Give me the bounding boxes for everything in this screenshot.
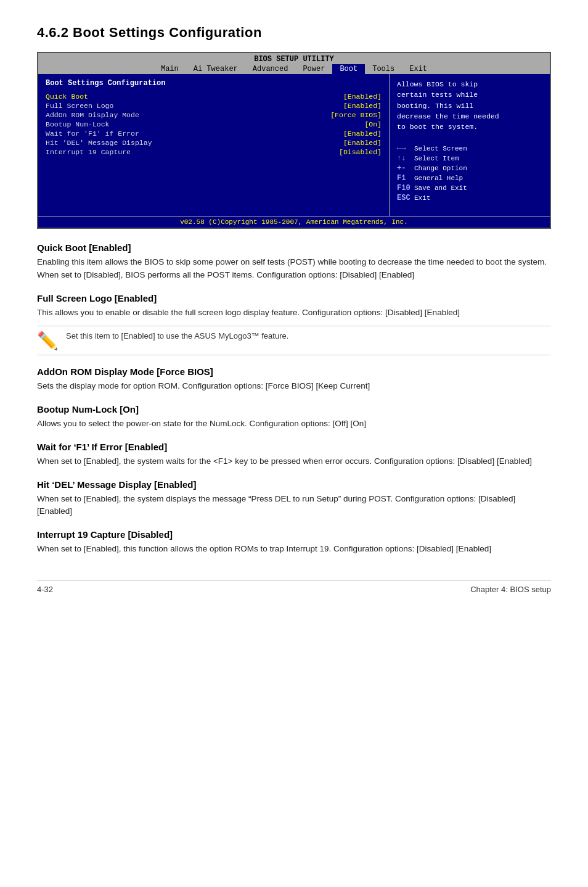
section-heading-interrupt: Interrupt 19 Capture [Disabled] xyxy=(37,529,551,540)
bios-tab-advanced[interactable]: Advanced xyxy=(245,64,296,74)
bios-label-full-screen: Full Screen Logo xyxy=(46,102,113,110)
bios-header: BIOS SETUP UTILITY xyxy=(38,53,550,64)
bios-key-desc-option: Change Option xyxy=(414,165,467,172)
bios-row-quick-boot[interactable]: Quick Boot [Enabled] xyxy=(46,93,382,101)
bios-keys: ←→ Select Screen ↑↓ Select Item +- Chang… xyxy=(397,144,542,202)
section-addon-rom: AddOn ROM Display Mode [Force BIOS] Sets… xyxy=(37,366,551,393)
bios-tab-tools[interactable]: Tools xyxy=(365,64,402,74)
bios-help-text: Allows BIOS to skipcertain tests whilebo… xyxy=(397,79,542,132)
bios-tab-main[interactable]: Main xyxy=(153,64,186,74)
bios-label-hit-del: Hit 'DEL' Message Display xyxy=(46,139,152,147)
bios-key-select-item: ↑↓ Select Item xyxy=(397,154,542,163)
bios-label-numlock: Bootup Num-Lock xyxy=(46,120,110,128)
section-body-quick-boot: Enabling this item allows the BIOS to sk… xyxy=(37,256,551,282)
section-heading-numlock: Bootup Num-Lock [On] xyxy=(37,404,551,415)
section-heading-quick-boot: Quick Boot [Enabled] xyxy=(37,242,551,253)
section-body-numlock: Allows you to select the power-on state … xyxy=(37,418,551,431)
note-text-mylogo: Set this item to [Enabled] to use the AS… xyxy=(66,331,288,340)
bios-value-full-screen: [Enabled] xyxy=(343,102,382,110)
bios-screen: BIOS SETUP UTILITY Main Ai Tweaker Advan… xyxy=(37,52,551,229)
bios-tab-exit[interactable]: Exit xyxy=(402,64,435,74)
section-interrupt-19: Interrupt 19 Capture [Disabled] When set… xyxy=(37,529,551,556)
bios-key-desc-f1: General Help xyxy=(414,175,463,182)
section-heading-addon-rom: AddOn ROM Display Mode [Force BIOS] xyxy=(37,366,551,377)
bios-label-quick-boot: Quick Boot xyxy=(46,93,88,101)
esc-icon: ESC xyxy=(397,194,414,202)
bios-footer: v02.58 (C)Copyright 1985-2007, American … xyxy=(38,216,550,228)
bios-row-wait-f1[interactable]: Wait for 'F1' if Error [Enabled] xyxy=(46,130,382,138)
bios-key-esc: ESC Exit xyxy=(397,194,542,202)
footer-chapter: Chapter 4: BIOS setup xyxy=(470,585,551,594)
bios-row-hit-del[interactable]: Hit 'DEL' Message Display [Enabled] xyxy=(46,139,382,147)
section-body-addon-rom: Sets the display mode for option ROM. Co… xyxy=(37,380,551,393)
note-pencil-icon: ✏️ xyxy=(37,332,59,350)
page-footer: 4-32 Chapter 4: BIOS setup xyxy=(37,580,551,594)
bios-tab-boot[interactable]: Boot xyxy=(332,64,365,74)
bios-key-desc-item: Select Item xyxy=(414,155,459,162)
bios-value-wait-f1: [Enabled] xyxy=(343,130,382,138)
section-hit-del: Hit ‘DEL’ Message Display [Enabled] When… xyxy=(37,479,551,519)
bios-value-interrupt: [Disabled] xyxy=(339,148,382,156)
bios-tabs: Main Ai Tweaker Advanced Power Boot Tool… xyxy=(38,64,550,74)
bios-tab-ai[interactable]: Ai Tweaker xyxy=(186,64,245,74)
bios-label-interrupt: Interrupt 19 Capture xyxy=(46,148,131,156)
bios-key-desc-f10: Save and Exit xyxy=(414,184,467,192)
arrow-ud-icon: ↑↓ xyxy=(397,154,414,163)
bios-key-change-option: +- Change Option xyxy=(397,164,542,173)
bios-label-addon-rom: AddOn ROM Display Mode xyxy=(46,111,139,119)
bios-key-select-screen: ←→ Select Screen xyxy=(397,144,542,153)
section-wait-f1: Wait for ‘F1’ If Error [Enabled] When se… xyxy=(37,442,551,468)
section-heading-hit-del: Hit ‘DEL’ Message Display [Enabled] xyxy=(37,479,551,490)
section-quick-boot: Quick Boot [Enabled] Enabling this item … xyxy=(37,242,551,282)
bios-value-hit-del: [Enabled] xyxy=(343,139,382,147)
bios-value-numlock: [On] xyxy=(364,120,382,128)
bios-key-desc-esc: Exit xyxy=(414,194,430,202)
bios-key-f1: F1 General Help xyxy=(397,174,542,183)
arrow-lr-icon: ←→ xyxy=(397,144,414,153)
bios-key-desc-screen: Select Screen xyxy=(414,145,467,152)
bios-tab-power[interactable]: Power xyxy=(295,64,332,74)
section-heading-wait-f1: Wait for ‘F1’ If Error [Enabled] xyxy=(37,442,551,452)
plus-minus-icon: +- xyxy=(397,164,414,173)
bios-label-wait-f1: Wait for 'F1' if Error xyxy=(46,130,139,138)
note-box-mylogo: ✏️ Set this item to [Enabled] to use the… xyxy=(37,326,551,355)
section-full-screen-logo: Full Screen Logo [Enabled] This allows y… xyxy=(37,293,551,355)
bios-left-panel: Boot Settings Configuration Quick Boot [… xyxy=(38,74,390,216)
section-body-hit-del: When set to [Enabled], the system displa… xyxy=(37,493,551,519)
section-bootup-numlock: Bootup Num-Lock [On] Allows you to selec… xyxy=(37,404,551,431)
bios-key-f10: F10 Save and Exit xyxy=(397,184,542,192)
footer-page-number: 4-32 xyxy=(37,585,53,594)
bios-section-title: Boot Settings Configuration xyxy=(46,79,382,88)
bios-right-panel: Allows BIOS to skipcertain tests whilebo… xyxy=(390,74,550,216)
bios-row-interrupt[interactable]: Interrupt 19 Capture [Disabled] xyxy=(46,148,382,156)
section-body-wait-f1: When set to [Enabled], the system waits … xyxy=(37,455,551,468)
section-body-full-screen: This allows you to enable or disable the… xyxy=(37,307,551,320)
bios-value-quick-boot: [Enabled] xyxy=(343,93,382,101)
page-title: 4.6.2 Boot Settings Configuration xyxy=(37,25,551,41)
f1-icon: F1 xyxy=(397,174,414,183)
bios-row-full-screen[interactable]: Full Screen Logo [Enabled] xyxy=(46,102,382,110)
f10-icon: F10 xyxy=(397,184,414,192)
section-heading-full-screen: Full Screen Logo [Enabled] xyxy=(37,293,551,303)
bios-value-addon-rom: [Force BIOS] xyxy=(330,111,382,119)
bios-body: Boot Settings Configuration Quick Boot [… xyxy=(38,74,550,216)
bios-row-numlock[interactable]: Bootup Num-Lock [On] xyxy=(46,120,382,128)
section-body-interrupt: When set to [Enabled], this function all… xyxy=(37,543,551,556)
bios-row-addon-rom[interactable]: AddOn ROM Display Mode [Force BIOS] xyxy=(46,111,382,119)
